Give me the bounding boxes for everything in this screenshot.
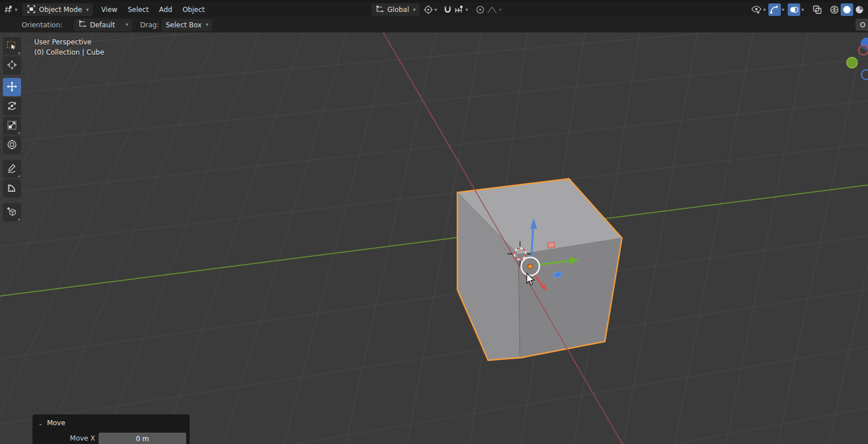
- menu-add[interactable]: Add: [154, 6, 177, 14]
- xray-toggle-button[interactable]: [811, 3, 824, 16]
- tool-select-box-button[interactable]: [3, 37, 21, 55]
- snap-toggle-button[interactable]: [441, 3, 454, 16]
- move-icon: [6, 81, 18, 94]
- mode-dropdown[interactable]: Object Mode ▾: [22, 3, 93, 16]
- chevron-down-icon: ▾: [413, 7, 416, 13]
- subtool-corner-indicator: [18, 131, 20, 134]
- subtool-corner-indicator: [18, 218, 20, 220]
- subtool-corner-indicator: [18, 52, 20, 54]
- viewport-scene[interactable]: [0, 32, 868, 444]
- move-x-value: 0 m: [136, 435, 149, 443]
- chevron-down-icon: ▾: [782, 7, 785, 13]
- chevron-down-icon: ⌄: [38, 420, 43, 426]
- falloff-curve-icon: [486, 5, 498, 15]
- drag-mode-dropdown[interactable]: Select Box ▾: [162, 19, 212, 31]
- tool-transform-button[interactable]: [3, 136, 21, 154]
- tool-cursor-button[interactable]: [3, 56, 21, 75]
- nav-axis-y-ball[interactable]: [847, 57, 858, 68]
- header-left-group: ▾ Object Mode ▾ ViewSelectAddObject: [3, 2, 210, 17]
- 3d-viewport[interactable]: User Perspective (0) Collection | Cube ⌄…: [0, 32, 868, 444]
- operator-panel-title: Move: [47, 419, 65, 427]
- snap-settings-dropdown[interactable]: ▾: [454, 3, 468, 16]
- proportional-editing-icon: [475, 5, 485, 15]
- xray-icon: [812, 5, 822, 15]
- menu-select[interactable]: Select: [122, 6, 154, 14]
- chevron-down-icon: ▾: [15, 7, 18, 13]
- gizmo-plane-z-handle[interactable]: [554, 272, 562, 278]
- chevron-down-icon: ▾: [763, 7, 766, 13]
- scale-icon: [6, 120, 18, 133]
- subtool-corner-indicator: [18, 175, 20, 177]
- overlays-icon: [789, 5, 799, 15]
- select-box-icon: [6, 40, 18, 53]
- object-mode-icon: [26, 4, 36, 16]
- tool-annotate-button[interactable]: [3, 160, 21, 178]
- show-overlays-button[interactable]: [788, 3, 800, 16]
- chevron-down-icon: ▾: [125, 22, 128, 27]
- tool-add-cube-button[interactable]: [3, 203, 21, 221]
- transform-icon: [6, 139, 18, 152]
- shading-material-icon: [854, 5, 865, 15]
- editor-type-icon: [3, 5, 14, 15]
- chevron-down-icon: ▾: [465, 7, 468, 13]
- viewport-header: ▾ Object Mode ▾ ViewSelectAddObject Glob…: [0, 2, 868, 17]
- tool-scale-button[interactable]: [3, 117, 21, 135]
- nav-axis-minus-z-ball[interactable]: [862, 70, 868, 80]
- magnet-icon: [443, 5, 453, 15]
- chevron-down-icon: ▾: [801, 7, 804, 13]
- cursor-3d-icon: [6, 59, 18, 72]
- transform-orientation-label: Global: [387, 6, 409, 14]
- measure-icon: [6, 182, 18, 195]
- tool-rotate-button[interactable]: [3, 97, 21, 116]
- mode-dropdown-label: Object Mode: [39, 6, 83, 14]
- proportional-editing-button[interactable]: [474, 3, 486, 16]
- move-x-field[interactable]: 0 m: [99, 433, 186, 444]
- gizmo-plane-x-handle[interactable]: [547, 242, 555, 248]
- orientation-default-label: Default: [90, 21, 115, 29]
- options-button[interactable]: O: [855, 19, 868, 31]
- blender-window: ▾ Object Mode ▾ ViewSelectAddObject Glob…: [0, 0, 868, 444]
- header-center-group: Global ▾ ▾ ▾ ▾: [371, 2, 501, 17]
- drag-label: Drag:: [140, 21, 159, 29]
- floor-grid: [0, 32, 868, 444]
- gizmo-icon: [769, 5, 780, 15]
- object-visibility-dropdown[interactable]: ▾: [751, 3, 766, 16]
- pivot-point-icon: [423, 5, 433, 15]
- object-origin-dot: [528, 264, 533, 269]
- options-button-label: O: [860, 21, 865, 29]
- shading-wireframe-icon: [829, 5, 840, 15]
- transform-orientation-dropdown[interactable]: Global ▾: [371, 3, 420, 16]
- drag-mode-label: Select Box: [166, 21, 202, 29]
- cube-right-face: [518, 238, 622, 359]
- shading-solid-icon: [842, 5, 852, 15]
- tool-measure-button[interactable]: [3, 179, 21, 198]
- orientation-default-dropdown[interactable]: Default ▾: [74, 19, 132, 31]
- add-cube-icon: [6, 206, 18, 219]
- nav-axis-x-ball[interactable]: [859, 46, 868, 55]
- proportional-falloff-dropdown[interactable]: ▾: [486, 3, 502, 16]
- menu-object[interactable]: Object: [177, 6, 210, 14]
- shading-wireframe-button[interactable]: [828, 3, 841, 16]
- header-right-group: ▾ ▾ ▾: [751, 2, 866, 17]
- shading-solid-button[interactable]: [841, 3, 853, 16]
- operator-panel-row: Move X 0 m: [32, 433, 190, 444]
- menu-view[interactable]: View: [96, 6, 122, 14]
- chevron-down-icon: ▾: [86, 7, 89, 13]
- cube-object[interactable]: [457, 179, 622, 360]
- orientation-axes-icon: [375, 5, 384, 15]
- orientation-label: Orientation:: [22, 21, 63, 29]
- navigation-gizmo[interactable]: [847, 38, 868, 80]
- annotate-icon: [6, 163, 18, 176]
- pivot-point-dropdown[interactable]: ▾: [423, 3, 437, 16]
- tool-move-button[interactable]: [3, 78, 21, 96]
- menu-bar: ViewSelectAddObject: [96, 6, 210, 14]
- editor-type-button[interactable]: ▾: [3, 3, 18, 16]
- chevron-down-icon: ▾: [206, 22, 208, 27]
- shading-material-button[interactable]: [853, 3, 866, 16]
- chevron-down-icon: ▾: [499, 7, 502, 13]
- eye-cursor-icon: [751, 5, 762, 15]
- operator-panel-header[interactable]: ⌄ Move: [32, 414, 190, 427]
- orientation-axes-icon: [78, 19, 87, 30]
- chevron-down-icon: ▾: [435, 7, 437, 13]
- show-gizmo-button[interactable]: [768, 3, 781, 16]
